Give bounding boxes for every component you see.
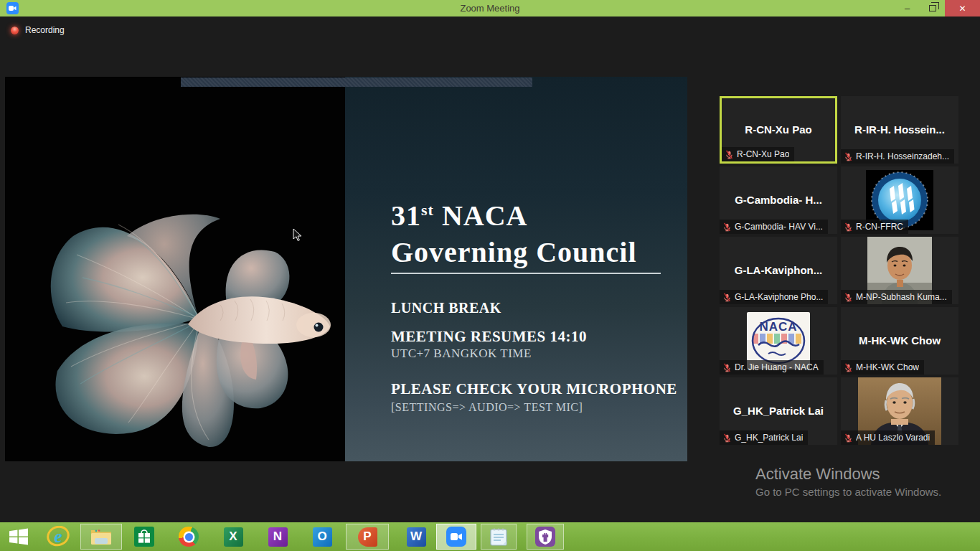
participant-tile-kaviphone[interactable]: G-LA-Kaviphon... G-LA-Kaviphone Pho... bbox=[720, 237, 837, 304]
restore-button[interactable] bbox=[920, 0, 945, 17]
participant-tile-wk-chow[interactable]: M-HK-WK Chow M-HK-WK Chow bbox=[841, 307, 958, 375]
zoom-taskbar-button[interactable] bbox=[436, 524, 476, 550]
window-title: Zoom Meeting bbox=[0, 3, 980, 14]
participant-tile-laszlo-varadi[interactable]: A HU Laszlo Varadi bbox=[841, 377, 958, 445]
participant-display-name: G-Cambodia- H... bbox=[720, 194, 837, 206]
slide-title-ordinal: st bbox=[421, 201, 434, 219]
muted-mic-icon bbox=[844, 433, 853, 443]
slide-lunch-break-text: LUNCH BREAK bbox=[391, 300, 501, 316]
outlook-icon: O bbox=[313, 527, 332, 547]
svg-text:e: e bbox=[54, 527, 62, 546]
mouse-cursor bbox=[293, 228, 302, 242]
watermark-title: Activate Windows bbox=[755, 465, 941, 484]
powerpoint-button[interactable]: P bbox=[346, 524, 389, 550]
file-explorer-icon bbox=[90, 527, 112, 546]
slide-mic-check-text: PLEASE CHECK YOUR MICROPHONE bbox=[391, 380, 677, 398]
restore-icon bbox=[929, 5, 936, 11]
participant-name-label: G_HK_Patrick Lai bbox=[720, 430, 808, 445]
muted-mic-icon bbox=[844, 222, 853, 232]
zoom-app-icon[interactable] bbox=[6, 2, 19, 14]
participant-tile-xu-pao[interactable]: R-CN-Xu Pao R-CN-Xu Pao bbox=[720, 96, 837, 164]
participant-display-name: G-LA-Kaviphon... bbox=[720, 264, 837, 276]
video-camera-glyph bbox=[451, 532, 462, 541]
participant-gallery: R-CN-Xu Pao R-CN-Xu Pao R-IR-H. Hossein.… bbox=[720, 96, 958, 445]
svg-text:NACA: NACA bbox=[759, 320, 797, 334]
participant-tile-ffrc[interactable]: R-CN-FFRC bbox=[841, 166, 958, 234]
recording-label: Recording bbox=[25, 25, 65, 35]
participant-tile-hosseinzadeh[interactable]: R-IR-H. Hossein... R-IR-H. Hosseinzadeh.… bbox=[841, 96, 958, 164]
activate-windows-watermark: Activate Windows Go to PC settings to ac… bbox=[755, 465, 941, 498]
recording-dot-icon bbox=[11, 27, 19, 34]
participant-display-name: M-HK-WK Chow bbox=[841, 334, 958, 347]
slide-fish-image bbox=[5, 77, 345, 461]
close-button[interactable]: ✕ bbox=[945, 0, 980, 17]
participant-name-label: R-CN-Xu Pao bbox=[722, 147, 794, 161]
participant-name-label: G-LA-Kaviphone Pho... bbox=[720, 290, 828, 304]
muted-mic-icon bbox=[844, 363, 853, 372]
shared-screen-slide: 31st NACAGoverning Council LUNCH BREAK M… bbox=[5, 77, 687, 461]
participant-display-name: G_HK_Patrick Lai bbox=[720, 405, 837, 417]
muted-mic-icon bbox=[722, 433, 732, 443]
participant-display-name: R-CN-Xu Pao bbox=[722, 123, 835, 136]
onenote-icon: N bbox=[268, 527, 288, 547]
outlook-button[interactable]: O bbox=[306, 522, 339, 551]
minimize-button[interactable]: – bbox=[895, 0, 920, 17]
chrome-button[interactable] bbox=[172, 522, 205, 551]
slide-timezone-text: UTC+7 BANGKOK TIME bbox=[391, 347, 532, 361]
participant-name-label: Dr. Jie Huang - NACA bbox=[720, 360, 824, 375]
participant-tile-patrick-lai[interactable]: G_HK_Patrick Lai G_HK_Patrick Lai bbox=[720, 377, 837, 445]
recording-indicator: Recording bbox=[11, 25, 65, 35]
video-camera-icon bbox=[9, 5, 17, 11]
windows-store-icon bbox=[134, 527, 154, 547]
start-button[interactable] bbox=[4, 522, 33, 551]
participant-display-name: R-IR-H. Hossein... bbox=[841, 123, 958, 136]
window-controls: – ✕ bbox=[895, 0, 980, 17]
watermark-subtitle: Go to PC settings to activate Windows. bbox=[755, 486, 941, 498]
participant-tile-cambodia[interactable]: G-Cambodia- H... G-Cambodia- HAV Vi... bbox=[720, 166, 837, 234]
zoom-taskbar-icon bbox=[446, 527, 466, 547]
word-icon: W bbox=[407, 527, 426, 547]
participant-name-label: G-Cambodia- HAV Vi... bbox=[720, 220, 828, 234]
participant-name-label: R-IR-H. Hosseinzadeh... bbox=[841, 149, 954, 164]
slide-title-line2: Governing Council bbox=[391, 236, 637, 268]
windows-taskbar: e X N O P W bbox=[0, 522, 980, 551]
muted-mic-icon bbox=[722, 222, 732, 232]
participant-name-label: R-CN-FFRC bbox=[841, 220, 908, 234]
windows-start-icon bbox=[9, 528, 28, 545]
internet-explorer-icon: e bbox=[47, 526, 70, 547]
notepad-icon bbox=[489, 527, 508, 547]
word-button[interactable]: W bbox=[396, 522, 436, 551]
file-explorer-button[interactable] bbox=[80, 524, 122, 550]
muted-mic-icon bbox=[844, 293, 853, 302]
internet-explorer-button[interactable]: e bbox=[42, 522, 75, 551]
slide-divider-line bbox=[391, 273, 661, 274]
participant-tile-subhash[interactable]: M-NP-Subhash Kuma... bbox=[841, 237, 958, 304]
chrome-icon bbox=[179, 527, 199, 547]
shield-app-icon bbox=[535, 527, 555, 547]
muted-mic-icon bbox=[844, 152, 853, 161]
participant-tile-jie-huang[interactable]: NACA Dr. Jie Huang - NACA bbox=[720, 307, 837, 375]
participant-name-label: M-NP-Subhash Kuma... bbox=[841, 290, 952, 304]
shield-app-button[interactable] bbox=[527, 524, 564, 550]
betta-fish-illustration bbox=[5, 77, 345, 461]
excel-icon: X bbox=[224, 527, 243, 547]
muted-mic-icon bbox=[722, 293, 732, 302]
onenote-button[interactable]: N bbox=[261, 522, 294, 551]
muted-mic-icon bbox=[725, 150, 734, 159]
slide-title-number: 31 bbox=[391, 199, 421, 232]
excel-button[interactable]: X bbox=[217, 522, 250, 551]
windows-store-button[interactable] bbox=[128, 522, 161, 551]
window-titlebar: Zoom Meeting – ✕ bbox=[0, 0, 980, 17]
participant-name-label: M-HK-WK Chow bbox=[841, 360, 924, 375]
slide-title-suffix: NACA bbox=[434, 199, 528, 232]
slide-text-content: 31st NACAGoverning Council LUNCH BREAK M… bbox=[345, 77, 687, 461]
slide-resume-text: MEETING RESUMES 14:10 bbox=[391, 328, 587, 346]
notepad-button[interactable] bbox=[481, 524, 517, 550]
muted-mic-icon bbox=[722, 363, 732, 372]
participant-name-label: A HU Laszlo Varadi bbox=[841, 430, 935, 445]
slide-title: 31st NACAGoverning Council bbox=[391, 192, 637, 270]
slide-mic-path-text: [SETTINGS=> AUDIO=> TEST MIC] bbox=[391, 401, 583, 414]
powerpoint-icon: P bbox=[358, 527, 377, 547]
